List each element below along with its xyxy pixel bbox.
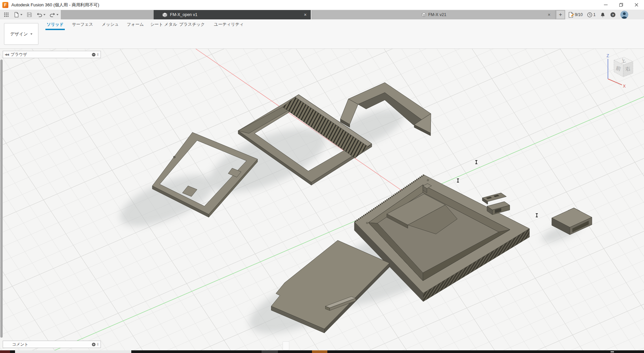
tab-close-icon[interactable]: × [548,12,550,17]
undo-icon [36,12,42,18]
job-status-button[interactable]: 9/10 [568,12,583,18]
close-icon[interactable] [629,0,644,10]
avatar[interactable] [620,11,628,19]
document-cube-icon [422,12,426,17]
job-status-count: 9/10 [575,12,583,17]
workspace-selector[interactable]: デザイン [4,23,38,45]
help-icon[interactable] [610,12,616,18]
chevron-down-icon [56,14,58,15]
time-icon [587,12,593,18]
file-icon [13,12,19,18]
qat-app-grid-button[interactable] [3,12,9,18]
doc-tab-label: FM-X_open v1 [170,12,197,17]
ribbon-tab-2[interactable]: メッシュ [102,22,119,27]
ribbon-toolbar: デザイン ソリッドサーフェスメッシュフォームシート メタルプラスチックユーティリ… [0,19,644,49]
qat-undo-button[interactable] [36,12,45,18]
doc-tab-label: FM-X v21 [428,12,446,17]
taskbar-sliver [0,350,644,353]
document-tab-strip: FM-X_open v1 × FM-X v21 × + 9/10 1 [0,10,644,19]
active-tab-underline [45,29,65,30]
z-axis-label: Z [607,53,609,58]
chevron-down-icon [20,14,22,15]
new-tab-button[interactable]: + [556,11,565,19]
filter-circle-icon[interactable] [92,52,96,57]
x-axis-label: X [623,84,626,89]
add-comment-circle-icon[interactable] [92,342,96,347]
ribbon-tab-1[interactable]: サーフェス [72,22,93,27]
chevron-down-icon [43,14,45,15]
job-status-icon [568,12,574,18]
x-axis-indicator [608,79,622,85]
tab-close-icon[interactable]: × [304,12,307,17]
redo-icon [49,12,55,18]
collapse-double-arrow-icon[interactable]: ◀◀ [5,53,9,56]
notifications-bell-icon[interactable] [600,12,606,18]
document-cube-icon [162,12,167,17]
comments-label: コメント [12,342,28,347]
app-grid-icon [3,12,9,18]
grip-icon[interactable]: ‖ [97,343,99,346]
title-bar: F Autodesk Fusion 360 (個人用 - 商用利用不可) [0,0,644,10]
account-bar: 9/10 1 [565,10,644,19]
ribbon-tab-6[interactable]: ユーティリティ [214,22,244,27]
save-icon [26,12,32,18]
ribbon-tab-3[interactable]: フォーム [127,22,144,27]
quick-access-toolbar [0,10,61,19]
ribbon-tab-5[interactable]: プラスチック [179,22,205,27]
browser-panel-header[interactable]: ◀◀ ブラウザ ‖ [3,51,101,58]
qat-save-button[interactable] [26,12,32,18]
time-count: 1 [593,12,596,17]
view-cube[interactable]: Z X 上 前 右 [603,53,644,92]
maximize-icon[interactable] [613,0,629,10]
view-navigation-bar [283,341,289,350]
chevron-down-icon [30,33,32,35]
browser-panel-title: ブラウザ [11,52,27,57]
minimize-icon[interactable] [598,0,613,10]
doc-tab-active[interactable]: FM-X_open v1 × [154,10,311,19]
qat-file-button[interactable] [13,12,22,18]
time-tracker-button[interactable]: 1 [587,12,596,18]
fusion360-window: { "window": { "title": "Autodesk Fusion … [0,0,644,353]
workspace-label: デザイン [10,31,28,37]
grip-icon[interactable]: ‖ [97,53,99,56]
window-title: Autodesk Fusion 360 (個人用 - 商用利用不可) [11,2,99,8]
doc-tab-inactive[interactable]: FM-X v21 × [312,10,555,19]
fusion-360-logo: F [2,2,8,8]
browser-scrollbar[interactable] [0,60,3,338]
qat-redo-button[interactable] [49,12,58,18]
ribbon-tab-0[interactable]: ソリッド [46,22,63,27]
comments-panel[interactable]: コメント ‖ [3,341,101,348]
viewport-canvas[interactable] [0,49,644,350]
ribbon-tab-4[interactable]: シート メタル [150,22,177,27]
